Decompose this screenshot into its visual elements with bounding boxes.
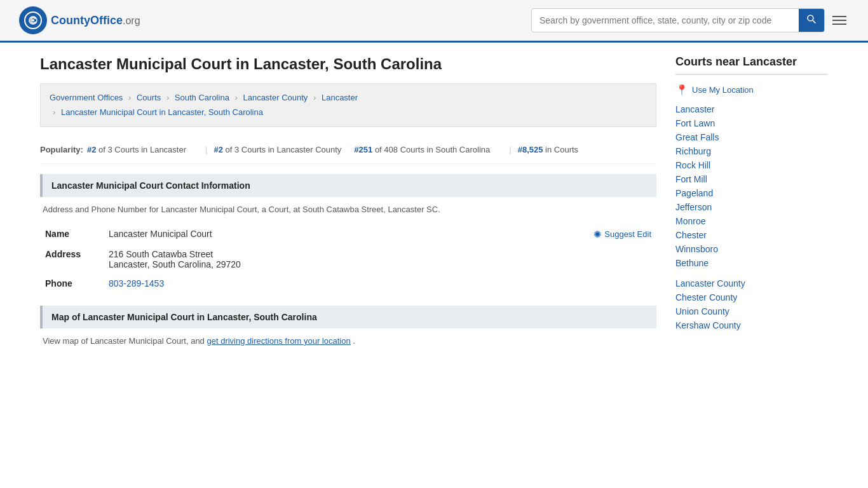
main-container: Lancaster Municipal Court in Lancaster, … — [21, 43, 847, 369]
sidebar-link-monroe[interactable]: Monroe — [675, 216, 705, 226]
contact-section-header: Lancaster Municipal Court Contact Inform… — [40, 174, 656, 197]
table-row: Name Lancaster Municipal Court ✺ Suggest… — [40, 224, 656, 245]
logo-area: C CountyOffice.org — [19, 6, 140, 34]
phone-value: 803-289-1453 — [104, 274, 656, 293]
content-area: Lancaster Municipal Court in Lancaster, … — [40, 55, 656, 356]
svg-line-5 — [813, 20, 815, 23]
list-item: Bethune — [675, 256, 828, 270]
popularity-rank4: #8,525 in Courts — [518, 145, 578, 154]
sidebar-link-lancaster-county[interactable]: Lancaster County — [675, 278, 745, 288]
breadcrumb: Government Offices › Courts › South Caro… — [40, 83, 656, 127]
phone-label: Phone — [40, 274, 104, 293]
svg-point-3 — [32, 19, 34, 22]
breadcrumb-current[interactable]: Lancaster Municipal Court in Lancaster, … — [61, 107, 263, 117]
sidebar-link-great-falls[interactable]: Great Falls — [675, 132, 719, 142]
sidebar-link-union-county[interactable]: Union County — [675, 306, 729, 316]
map-description: View map of Lancaster Municipal Court, a… — [40, 336, 656, 346]
svg-point-4 — [808, 15, 813, 21]
page-title: Lancaster Municipal Court in Lancaster, … — [40, 55, 656, 73]
list-item: Monroe — [675, 214, 828, 228]
search-bar — [531, 8, 825, 32]
list-item: Richburg — [675, 144, 828, 158]
breadcrumb-city[interactable]: Lancaster — [322, 93, 358, 102]
sidebar-link-bethune[interactable]: Bethune — [675, 258, 709, 268]
sidebar-county-list: Lancaster County Chester County Union Co… — [675, 276, 828, 332]
sidebar-link-fort-lawn[interactable]: Fort Lawn — [675, 118, 715, 128]
logo-text: CountyOffice.org — [51, 14, 140, 27]
list-item: Fort Lawn — [675, 116, 828, 130]
sidebar-link-rock-hill[interactable]: Rock Hill — [675, 160, 710, 170]
search-button[interactable] — [799, 9, 824, 32]
sidebar-link-richburg[interactable]: Richburg — [675, 146, 711, 156]
driving-directions-link[interactable]: get driving directions from your locatio… — [207, 336, 350, 346]
breadcrumb-gov-offices[interactable]: Government Offices — [50, 93, 123, 102]
popularity-rank3: #251 of 408 Courts in South Carolina — [354, 145, 490, 154]
address-label: Address — [40, 245, 104, 274]
location-pin-icon: 📍 — [675, 84, 688, 96]
list-item: Jefferson — [675, 200, 828, 214]
breadcrumb-courts[interactable]: Courts — [137, 93, 161, 102]
map-section-header: Map of Lancaster Municipal Court in Lanc… — [40, 306, 656, 329]
list-item: Union County — [675, 304, 828, 318]
list-item: Winnsboro — [675, 242, 828, 256]
sidebar-link-chester-county[interactable]: Chester County — [675, 292, 737, 302]
name-label: Name — [40, 224, 104, 245]
suggest-edit-button[interactable]: ✺ Suggest Edit — [593, 229, 651, 240]
table-row: Address 216 South Catawba Street Lancast… — [40, 245, 656, 274]
popularity-rank1: #2 of 3 Courts in Lancaster — [87, 145, 186, 154]
list-item: Chester — [675, 228, 828, 242]
sidebar-link-pageland[interactable]: Pageland — [675, 188, 713, 198]
sidebar-link-lancaster[interactable]: Lancaster — [675, 104, 714, 114]
list-item: Kershaw County — [675, 318, 828, 332]
list-item: Pageland — [675, 186, 828, 200]
search-input[interactable] — [532, 10, 799, 30]
logo-icon: C — [19, 6, 47, 34]
breadcrumb-county[interactable]: Lancaster County — [243, 93, 308, 102]
list-item: Great Falls — [675, 130, 828, 144]
breadcrumb-state[interactable]: South Carolina — [175, 93, 229, 102]
sidebar: Courts near Lancaster 📍 Use My Location … — [675, 55, 828, 356]
popularity-bar: Popularity: #2 of 3 Courts in Lancaster … — [40, 139, 656, 164]
phone-link[interactable]: 803-289-1453 — [109, 278, 164, 288]
sidebar-link-winnsboro[interactable]: Winnsboro — [675, 244, 718, 254]
name-value: Lancaster Municipal Court ✺ Suggest Edit — [104, 224, 656, 245]
header: C CountyOffice.org — [0, 0, 868, 43]
list-item: Fort Mill — [675, 172, 828, 186]
address-value: 216 South Catawba Street Lancaster, Sout… — [104, 245, 656, 274]
sidebar-link-kershaw-county[interactable]: Kershaw County — [675, 320, 741, 330]
search-area — [531, 8, 849, 32]
use-my-location-button[interactable]: 📍 Use My Location — [675, 84, 828, 96]
sidebar-header: Courts near Lancaster — [675, 55, 828, 75]
sidebar-link-chester[interactable]: Chester — [675, 230, 707, 240]
list-item: Lancaster County — [675, 276, 828, 290]
contact-table: Name Lancaster Municipal Court ✺ Suggest… — [40, 224, 656, 293]
menu-button[interactable] — [830, 13, 849, 27]
list-item: Lancaster — [675, 102, 828, 116]
popularity-rank2: #2 of 3 Courts in Lancaster County — [214, 145, 341, 154]
sidebar-link-fort-mill[interactable]: Fort Mill — [675, 174, 707, 184]
contact-description: Address and Phone Number for Lancaster M… — [40, 205, 656, 214]
sidebar-link-jefferson[interactable]: Jefferson — [675, 202, 712, 212]
table-row: Phone 803-289-1453 — [40, 274, 656, 293]
sidebar-city-list: Lancaster Fort Lawn Great Falls Richburg… — [675, 102, 828, 270]
list-item: Chester County — [675, 290, 828, 304]
list-item: Rock Hill — [675, 158, 828, 172]
popularity-label: Popularity: — [40, 145, 83, 154]
